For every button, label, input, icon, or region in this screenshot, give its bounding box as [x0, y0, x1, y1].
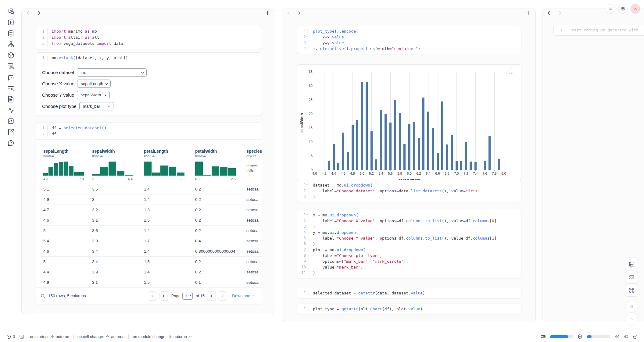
code-editor[interactable]: 12df = selected_dataset()df	[36, 123, 262, 139]
run-config-item[interactable]: on startup:autorun	[30, 334, 69, 339]
code-editor[interactable]: 1234567891011x = mo.ui.dropdown( label="…	[297, 210, 521, 278]
errors-icon[interactable]	[6, 334, 11, 339]
code-line: df = selected_dataset()	[52, 125, 262, 131]
cpu-icon[interactable]	[578, 334, 583, 339]
code-lines[interactable]: mo.vstack([dataset, x, y, plot])	[48, 55, 262, 61]
run-config-item[interactable]: on cell change:autorun	[77, 334, 125, 339]
add-cell-icon[interactable]	[525, 10, 531, 16]
histogram-bar	[152, 173, 160, 176]
line-number: 2	[297, 218, 309, 224]
code-line: ).interactive().properties(width="contai…	[313, 46, 521, 52]
table-row[interactable]: 53.61.40.2setosa	[40, 225, 262, 236]
chevron-right-icon[interactable]	[36, 10, 42, 16]
table-column-header[interactable]: sepalLengthfloat644.37.9	[40, 149, 89, 181]
run-config-item[interactable]: on module change:autorun	[133, 334, 192, 339]
file-text-icon[interactable]	[7, 96, 14, 103]
chart-plot-area[interactable]	[315, 72, 504, 170]
code-editor[interactable]: 1selected_dataset = getattr(data, datase…	[297, 288, 521, 298]
dropdown-select-sepalWidth[interactable]: sepalWidth	[77, 91, 110, 99]
code-lines[interactable]: selected_dataset = getattr(data, dataset…	[309, 290, 521, 296]
list-search-icon[interactable]	[7, 85, 14, 92]
stop-button[interactable]	[625, 300, 638, 313]
terminal-icon[interactable]	[19, 334, 24, 339]
save-button[interactable]	[625, 258, 638, 270]
table-row[interactable]: 4.63.11.50.2setosa	[40, 215, 262, 225]
shutdown-button[interactable]	[631, 4, 640, 13]
table-row[interactable]: 4.42.91.40.2setosa	[40, 267, 262, 277]
notebook-pen-icon[interactable]	[7, 129, 14, 136]
workflow-icon[interactable]	[7, 41, 14, 48]
database-icon[interactable]	[7, 30, 14, 37]
chevron-right-icon[interactable]	[557, 10, 563, 16]
code-lines[interactable]: import marimo as moimport altair as altf…	[48, 28, 262, 47]
ai-sparkles-icon[interactable]	[614, 334, 620, 339]
code-lines[interactable]: df = selected_dataset()df	[48, 125, 262, 137]
code-lines[interactable]: dataset = mo.ui.dropdown( label="Choose …	[309, 182, 521, 200]
code-lines[interactable]: plot_type = getattr(alt.Chart(df), plot.…	[309, 306, 521, 312]
dropdown-select-iris[interactable]: iris	[77, 68, 147, 77]
table-row[interactable]: 4.63.41.40.3000000000000004setosa	[40, 246, 262, 256]
fold-chevron-icon[interactable]	[306, 213, 308, 216]
chevron-left-icon[interactable]	[546, 10, 552, 16]
dropdown-select-mark_bar[interactable]: mark_bar	[79, 102, 113, 110]
last-page-button[interactable]	[218, 291, 227, 301]
table-row[interactable]: 5.13.51.40.2setosa	[40, 184, 262, 194]
memory-icon[interactable]	[541, 334, 546, 339]
prev-page-button[interactable]	[159, 291, 168, 301]
help-circle-icon[interactable]	[7, 140, 14, 147]
search-icon[interactable]	[40, 293, 45, 298]
code-line: y = mo.ui.dropdown(	[313, 230, 521, 235]
table-column-header[interactable]: sepalWidthfloat6424.4	[89, 149, 141, 181]
altair-chart-card: 4.04.24.44.64.85.05.25.45.65.86.06.26.46…	[297, 64, 521, 180]
function-square-icon[interactable]	[7, 19, 14, 26]
fold-chevron-icon[interactable]	[306, 183, 308, 186]
x-tick-label: 6.0	[407, 172, 411, 175]
code-editor[interactable]: 1Start coding or generate with	[554, 25, 644, 35]
code-editor[interactable]: 123dataset = mo.ui.dropdown( label="Choo…	[297, 180, 521, 202]
table-column-header[interactable]: petalWidthfloat640.12.5	[192, 149, 243, 181]
table-column-header[interactable]: speciesobjectunique:nulls:	[243, 149, 262, 181]
add-cell-icon[interactable]	[265, 10, 270, 16]
menu-button[interactable]	[606, 4, 615, 13]
layout-button[interactable]	[625, 271, 638, 283]
chevron-right-icon[interactable]	[296, 10, 302, 16]
fold-chevron-icon[interactable]	[306, 248, 308, 251]
fold-chevron-icon[interactable]	[306, 231, 308, 233]
package-icon[interactable]	[7, 52, 14, 59]
code-lines[interactable]: Start coding or generate with	[565, 27, 644, 33]
table-column-header[interactable]: petalLengthfloat6416.9	[141, 149, 192, 181]
code-lines[interactable]: plot_type().encode( x=x.value, y=y.value…	[309, 28, 521, 52]
code-box-icon[interactable]	[7, 118, 14, 125]
table-row[interactable]: 53.41.50.2setosa	[40, 256, 262, 267]
connection-status-icon[interactable]	[633, 334, 638, 339]
table-row[interactable]: 5.43.91.70.4setosa	[40, 236, 262, 246]
fold-chevron-icon[interactable]	[306, 30, 308, 32]
chevron-left-icon[interactable]	[286, 10, 292, 16]
code-editor[interactable]: 1234plot_type().encode( x=x.value, y=y.v…	[297, 26, 521, 54]
table-row[interactable]: 4.931.40.2setosa	[40, 194, 262, 205]
first-page-button[interactable]	[148, 291, 157, 301]
page-select[interactable]: 1	[182, 292, 193, 300]
code-editor[interactable]: 1plot_type = getattr(alt.Chart(df), plot…	[297, 304, 521, 314]
settings-button[interactable]	[618, 4, 628, 13]
scroll-text-icon[interactable]	[7, 63, 14, 70]
chevron-left-icon[interactable]	[25, 10, 31, 16]
file-tree-icon[interactable]	[7, 8, 14, 15]
column-histogram	[92, 162, 133, 176]
chart-options-button[interactable]	[506, 68, 516, 78]
activity-icon[interactable]	[7, 107, 14, 114]
y-tick	[313, 128, 315, 128]
code-editor[interactable]: 1mo.vstack([dataset, x, y, plot])	[36, 53, 262, 63]
column-dtype: object	[246, 154, 262, 158]
table-row[interactable]: 4.73.21.30.2setosa	[40, 205, 262, 215]
command-palette-button[interactable]	[625, 284, 638, 297]
bot-chat-icon[interactable]	[7, 74, 14, 81]
next-page-button[interactable]	[207, 291, 216, 301]
run-button[interactable]	[625, 313, 638, 326]
dropdown-select-sepalLength[interactable]: sepalLength	[77, 80, 111, 88]
table-row[interactable]: 4.93.11.50.1setosa	[40, 277, 262, 287]
copilot-icon[interactable]	[624, 334, 629, 339]
code-lines[interactable]: x = mo.ui.dropdown( label="Choose X valu…	[309, 212, 521, 276]
code-editor[interactable]: 123import marimo as moimport altair as a…	[36, 26, 262, 49]
download-button[interactable]: Download	[232, 294, 255, 298]
